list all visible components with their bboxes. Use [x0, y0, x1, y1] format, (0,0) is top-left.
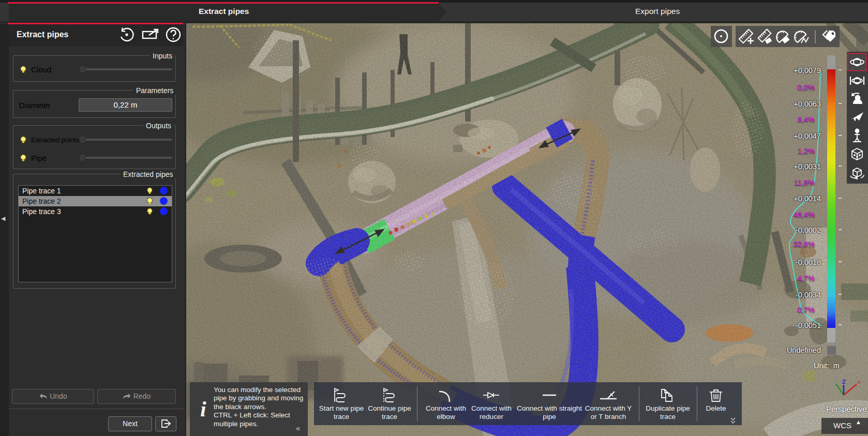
svg-text:Z: Z — [842, 379, 846, 385]
svg-text:x: x — [858, 379, 861, 385]
